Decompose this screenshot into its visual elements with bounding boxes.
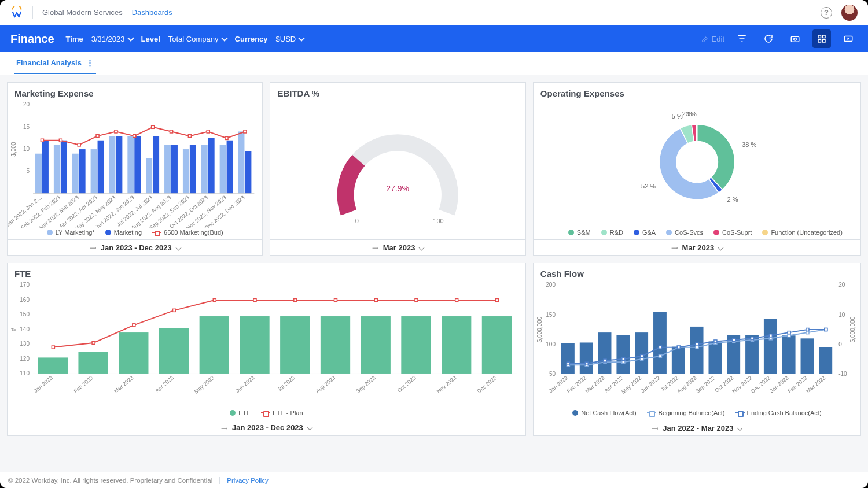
svg-rect-30 (153, 136, 159, 194)
help-icon[interactable]: ? (821, 7, 832, 19)
svg-rect-27 (98, 141, 104, 194)
user-avatar[interactable] (841, 5, 858, 21)
legend-item: Function (Uncategorized) (762, 229, 843, 236)
panel-footer[interactable]: ⟞Jan 2023 - Dec 2023 (8, 239, 262, 255)
legend-item: Net Cash Flow(Act) (572, 409, 636, 416)
svg-rect-85 (321, 316, 350, 374)
snapshot-icon[interactable] (786, 29, 804, 48)
panel-title: Operating Expenses (534, 83, 860, 101)
present-icon[interactable] (839, 29, 858, 48)
svg-rect-90 (52, 346, 54, 349)
legend-item: Beginning Balance(Act) (647, 409, 725, 416)
legend-item: S&M (568, 229, 591, 236)
svg-text:160: 160 (20, 297, 30, 303)
svg-rect-19 (164, 145, 171, 193)
svg-text:Sep 2022: Sep 2022 (694, 375, 716, 395)
svg-rect-133 (708, 341, 722, 374)
svg-text:Feb 2023: Feb 2023 (72, 375, 94, 394)
svg-rect-97 (334, 298, 337, 301)
svg-text:Jun 2022: Jun 2022 (639, 375, 661, 394)
svg-text:100: 100 (433, 217, 444, 224)
panel-footer[interactable]: ⟞Jan 2022 - Mar 2023 (534, 420, 860, 435)
svg-rect-128 (616, 335, 630, 374)
svg-rect-91 (92, 341, 95, 344)
svg-rect-17 (127, 136, 134, 194)
svg-rect-152 (788, 334, 790, 337)
divider (219, 477, 220, 484)
svg-text:27.9%: 27.9% (387, 184, 410, 193)
svg-text:Mar 2022: Mar 2022 (584, 375, 606, 394)
svg-rect-165 (751, 337, 753, 340)
grid-view-icon[interactable] (812, 29, 831, 48)
legend-item: R&D (601, 229, 623, 236)
panel-title: EBITDA % (270, 83, 525, 101)
svg-rect-100 (455, 298, 458, 301)
copyright-text: © 2022 Workday, Inc. All rights reserved… (8, 477, 212, 484)
panel-marketing-expense: Marketing Expense 5101520$,000Jan 2022, … (7, 82, 263, 256)
svg-text:5 %: 5 % (672, 113, 683, 120)
privacy-link[interactable]: Privacy Policy (227, 477, 269, 484)
svg-rect-46 (225, 136, 228, 139)
svg-text:Feb 2022: Feb 2022 (565, 375, 587, 394)
svg-text:5: 5 (26, 168, 30, 174)
legend-fte: FTEFTE - Plan (8, 408, 525, 420)
svg-rect-14 (72, 154, 79, 194)
svg-rect-0 (791, 36, 799, 42)
svg-rect-20 (183, 149, 189, 194)
svg-rect-92 (133, 324, 135, 327)
page-footer: © 2022 Workday, Inc. All rights reserved… (0, 472, 868, 488)
svg-text:200: 200 (546, 282, 556, 288)
svg-rect-86 (361, 316, 391, 374)
svg-text:$,000,000: $,000,000 (536, 316, 543, 342)
chart-fte: 110120130140150160170#Jan 2023Feb 2023Ma… (8, 281, 525, 408)
svg-text:Sep 2023: Sep 2023 (355, 375, 377, 395)
svg-text:Oct 2023: Oct 2023 (396, 375, 417, 394)
panel-footer[interactable]: ⟞Mar 2023 (270, 239, 525, 255)
svg-rect-145 (659, 354, 661, 357)
dashboard-grid: Marketing Expense 5101520$,000Jan 2022, … (0, 75, 868, 472)
svg-rect-161 (677, 346, 680, 349)
svg-rect-16 (109, 136, 115, 194)
panel-footer[interactable]: ⟞Mar 2023 (534, 239, 860, 255)
svg-rect-81 (159, 328, 189, 374)
svg-rect-94 (213, 298, 216, 301)
legend-marketing: LY Marketing*Marketing6500 Marketing(Bud… (8, 228, 262, 239)
chart-operating-expenses: 38 %2 %52 %5 %2 %0 % (534, 101, 860, 228)
svg-rect-89 (482, 316, 512, 374)
tab-menu-icon[interactable] (86, 58, 94, 67)
filter-currency-select[interactable]: $USD (276, 35, 304, 43)
filter-time-label: Time (66, 35, 83, 43)
svg-rect-101 (495, 298, 498, 301)
svg-rect-24 (42, 141, 49, 194)
svg-rect-155 (567, 362, 569, 365)
svg-rect-3 (823, 35, 826, 38)
svg-rect-125 (561, 343, 575, 374)
svg-rect-158 (622, 358, 625, 361)
svg-rect-28 (116, 136, 122, 194)
svg-text:$,000: $,000 (10, 142, 17, 156)
svg-rect-39 (96, 135, 99, 138)
filter-time-select[interactable]: 3/31/2023 (91, 35, 133, 43)
chart-marketing-expense: 5101520$,000Jan 2022, Jan 2…Feb 2022, Fe… (8, 101, 262, 228)
svg-rect-44 (188, 135, 191, 138)
svg-text:Aug 2022: Aug 2022 (675, 375, 697, 395)
svg-rect-42 (152, 125, 155, 128)
panel-operating-expenses: Operating Expenses 38 %2 %52 %5 %2 %0 % … (533, 82, 861, 256)
refresh-icon[interactable] (759, 29, 778, 48)
svg-rect-169 (825, 328, 827, 331)
panel-footer[interactable]: ⟞Jan 2023 - Dec 2023 (8, 420, 525, 435)
page-title: Finance (10, 32, 54, 46)
legend-item: CoS-Svcs (666, 229, 703, 236)
svg-text:Jan 2023: Jan 2023 (768, 375, 790, 394)
svg-rect-31 (171, 145, 178, 193)
edit-button[interactable]: Edit (701, 35, 724, 43)
tab-financial-analysis[interactable]: Financial Analysis (14, 53, 96, 74)
svg-rect-45 (207, 130, 209, 133)
svg-text:-10: -10 (838, 371, 847, 377)
dashboards-link[interactable]: Dashboards (132, 8, 172, 17)
svg-text:10: 10 (838, 312, 845, 318)
svg-rect-33 (208, 138, 215, 194)
filter-icon[interactable] (733, 29, 751, 48)
svg-rect-163 (714, 340, 717, 343)
filter-level-select[interactable]: Total Company (168, 35, 227, 43)
